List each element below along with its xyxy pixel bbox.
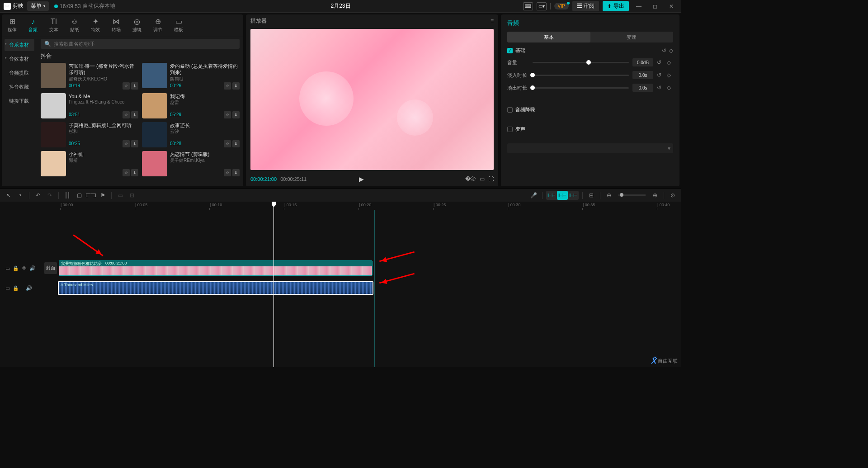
asset-tab-媒体[interactable]: ⊞媒体 (2, 14, 23, 36)
audio-clip[interactable]: A Thousand Miles (58, 281, 373, 295)
denoise-checkbox[interactable]: 音频降噪 (507, 106, 673, 113)
menu-button[interactable]: 菜单▾ (27, 1, 49, 11)
mute-icon[interactable]: 🔊 (29, 265, 36, 271)
download-icon[interactable]: ⬇ (232, 111, 240, 118)
cursor-tool[interactable]: ↖ (4, 190, 14, 200)
favorite-icon[interactable]: ☆ (123, 82, 130, 90)
keyframe-icon[interactable]: ◇ (667, 59, 673, 66)
download-icon[interactable]: ⬇ (131, 169, 138, 176)
music-thumbnail[interactable] (142, 151, 167, 176)
download-icon[interactable]: ⬇ (232, 82, 240, 90)
music-item[interactable]: 热恋情节 (剪辑版) 吴子健REmi,Kiya ☆ ⬇ (142, 151, 240, 176)
snap-opt-1[interactable]: ⊩⊢ (546, 191, 557, 200)
snap-opt-3[interactable]: ⊩⊢ (568, 191, 579, 200)
fullscreen-icon[interactable]: ⛶ (488, 176, 494, 182)
mute-icon[interactable]: 🔊 (26, 285, 32, 291)
asset-tab-模板[interactable]: ▭模板 (168, 14, 189, 36)
music-thumbnail[interactable] (41, 63, 66, 88)
favorite-icon[interactable]: ☆ (224, 82, 231, 90)
cover-label[interactable]: 封面 (44, 262, 57, 274)
asset-tab-贴纸[interactable]: ☺贴纸 (64, 14, 85, 36)
music-item[interactable]: 故事还长 云汐 00:28 ☆ ⬇ (142, 122, 240, 147)
favorite-icon[interactable]: ☆ (123, 169, 130, 176)
collapse-icon[interactable]: ▭ (5, 285, 10, 291)
music-thumbnail[interactable] (41, 93, 66, 118)
align-icon[interactable]: ⊟ (586, 190, 596, 200)
split-tool[interactable]: ⎮⎮ (62, 190, 72, 200)
keyframe-icon[interactable]: ◇ (669, 47, 673, 54)
keyframe-icon[interactable]: ◇ (667, 72, 673, 78)
zoom-fit-icon[interactable]: ⊙ (668, 190, 678, 200)
crop-icon[interactable]: �〄 (465, 176, 476, 182)
sidenav-链接下载[interactable]: 链接下载 (5, 95, 34, 107)
asset-tab-音频[interactable]: ♪音频 (23, 14, 43, 36)
video-clip[interactable]: 实景拍摄粉色樱花花朵 00:00:21:00 (59, 260, 373, 276)
mic-icon[interactable]: 🎤 (528, 190, 538, 200)
fadein-slider[interactable] (533, 75, 629, 76)
volume-slider[interactable] (533, 62, 629, 63)
zoom-slider[interactable] (618, 194, 646, 196)
play-button[interactable]: ▶ (359, 175, 364, 183)
download-icon[interactable]: ⬇ (131, 82, 138, 90)
voicechange-checkbox[interactable]: 变声 (507, 126, 673, 132)
player-menu-icon[interactable]: ≡ (491, 18, 494, 24)
music-item[interactable]: 苦咖啡·唯一 (那奇片段-汽水音乐可听) 那奇沃夫/KKECHO 00:19 ☆… (41, 63, 138, 90)
undo-button[interactable]: ↶ (33, 190, 43, 200)
tool-a[interactable]: ▭ (115, 190, 125, 200)
player-preview[interactable] (250, 29, 494, 170)
download-icon[interactable]: ⬇ (232, 140, 240, 147)
favorite-icon[interactable]: ☆ (123, 140, 130, 147)
tool-b[interactable]: ⊡ (127, 190, 137, 200)
tab-speed[interactable]: 变速 (590, 32, 674, 43)
collapse-icon[interactable]: ▭ (5, 265, 10, 271)
timeline[interactable]: | 00:00| 00:05| 00:10| 00:15| 00:20| 00:… (0, 202, 681, 367)
search-input[interactable] (54, 41, 236, 47)
sidenav-音频提取[interactable]: 音频提取 (5, 67, 34, 79)
music-item[interactable]: 我记得 赵雷 05:29 ☆ ⬇ (142, 93, 240, 118)
music-thumbnail[interactable] (41, 122, 66, 147)
download-icon[interactable]: ⬇ (131, 111, 138, 118)
eye-icon[interactable]: 👁 (22, 265, 27, 271)
ratio-icon[interactable]: ▭ (480, 176, 485, 182)
reset-icon[interactable]: ↺ (657, 72, 663, 78)
delete-tool[interactable]: ▢ (74, 190, 84, 200)
snap-opt-2[interactable]: ⊩⊢ (557, 191, 568, 200)
favorite-icon[interactable]: ☆ (123, 111, 130, 118)
fadein-value[interactable]: 0.0s (632, 71, 653, 79)
cursor-dropdown[interactable]: ▾ (15, 190, 25, 200)
keyframe-icon[interactable]: ◇ (667, 85, 673, 91)
shortcut-icon[interactable]: ⌨ (523, 2, 533, 10)
favorite-icon[interactable]: ☆ (224, 169, 231, 176)
sidenav-音效素材[interactable]: ▸ 音效素材 (5, 53, 34, 65)
playhead[interactable] (274, 202, 274, 367)
download-icon[interactable]: ⬇ (232, 169, 240, 176)
redo-button[interactable]: ↷ (45, 190, 55, 200)
asset-tab-转场[interactable]: ⋈转场 (106, 14, 127, 36)
review-button[interactable]: ☰ 审阅 (572, 1, 599, 11)
zoom-out-icon[interactable]: ⊖ (604, 190, 614, 200)
reset-icon[interactable]: ↺ (657, 85, 663, 91)
vip-badge[interactable]: VIP (554, 3, 569, 9)
asset-tab-滤镜[interactable]: ◎滤镜 (127, 14, 147, 36)
search-box[interactable]: 🔍 (41, 39, 240, 49)
favorite-icon[interactable]: ☆ (224, 111, 231, 118)
sidenav-音乐素材[interactable]: ▸ 音乐素材 (5, 39, 34, 51)
layout-icon[interactable]: ▭▾ (537, 2, 547, 10)
music-thumbnail[interactable] (142, 63, 167, 88)
favorite-icon[interactable]: ☆ (224, 140, 231, 147)
export-button[interactable]: ⬆导出 (603, 1, 629, 11)
music-item[interactable]: 小神仙 郭斯 ☆ ⬇ (41, 151, 138, 176)
music-item[interactable]: 子莫格尼_剪辑版1_全网可听 杉和 00:25 ☆ ⬇ (41, 122, 138, 147)
asset-tab-调节[interactable]: ⊕调节 (147, 14, 168, 36)
fadeout-slider[interactable] (533, 87, 629, 89)
zoom-in-icon[interactable]: ⊕ (650, 190, 660, 200)
voice-dropdown[interactable]: ▾ (507, 143, 673, 153)
download-icon[interactable]: ⬇ (131, 140, 138, 147)
asset-tab-特效[interactable]: ✦特效 (85, 14, 106, 36)
asset-tab-文本[interactable]: TI文本 (43, 14, 64, 36)
music-item[interactable]: 爱的暴动 (总是执着等待爱情的到来) 阴鹤哒 00:26 ☆ ⬇ (142, 63, 240, 90)
lock-icon[interactable]: 🔒 (13, 285, 19, 291)
minimize-button[interactable]: — (632, 2, 645, 11)
snap-toggle[interactable]: ⊩⊢ ⊩⊢ ⊩⊢ (546, 191, 579, 200)
tab-basic[interactable]: 基本 (507, 32, 590, 43)
